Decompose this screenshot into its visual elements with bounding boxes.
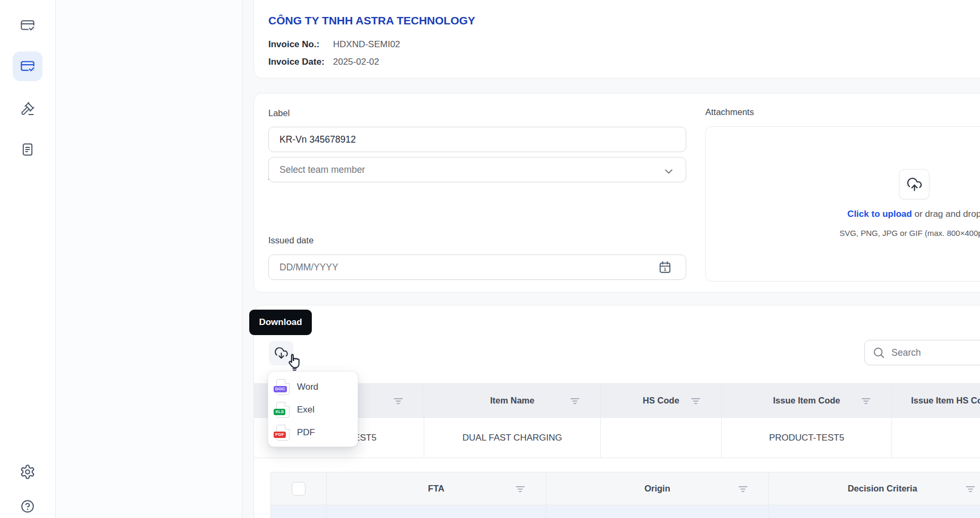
filter-lines-icon[interactable] xyxy=(514,482,527,495)
header-cell-issue-item-code[interactable]: Issue Item Code xyxy=(721,384,891,417)
cell-issue-item-hs-code xyxy=(891,418,980,458)
issued-date-field-label: Issued date xyxy=(268,235,313,245)
invoice-no-value: HDXND-SEMI02 xyxy=(333,39,400,50)
invoice-header-card: CÔNG TY TNHH ASTRA TECHNOLOGY Invoice No… xyxy=(253,0,980,78)
header-cell-origin[interactable]: Origin xyxy=(546,472,768,505)
search-box xyxy=(864,340,980,365)
menu-item-exel[interactable]: XLS Exel xyxy=(268,398,357,421)
gear-icon xyxy=(20,464,36,480)
card-check-icon xyxy=(20,59,35,74)
calendar-icon[interactable]: 1 xyxy=(658,260,672,274)
mouse-cursor-pointer xyxy=(285,352,304,372)
items-table-header: Item Name HS Code Issue Item Code xyxy=(254,384,980,418)
label-field-label: Label xyxy=(268,108,290,118)
invoice-date-row: Invoice Date: 2025-02-02 xyxy=(268,57,379,67)
table-row[interactable]: PRODUCT-TEST5 DUAL FAST CHARGING PRODUCT… xyxy=(254,418,980,458)
sidebar-item-legal[interactable] xyxy=(13,94,42,124)
upload-dropzone[interactable]: Click to upload or drag and drop SVG, PN… xyxy=(705,126,980,282)
invoice-form-card: Label Authorized Signatory Issued date 1… xyxy=(253,93,980,293)
sidebar-item-settings[interactable] xyxy=(13,457,42,487)
company-name: CÔNG TY TNHH ASTRA TECHNOLOGY xyxy=(268,14,475,27)
issued-date-input[interactable] xyxy=(268,254,686,280)
filter-lines-icon[interactable] xyxy=(689,394,702,407)
download-tooltip: Download xyxy=(249,310,312,335)
search-input[interactable] xyxy=(891,347,980,358)
items-section-card: Download xyxy=(253,305,980,518)
doc-file-icon: DOC xyxy=(276,379,290,395)
filter-lines-icon[interactable] xyxy=(392,394,405,407)
filter-lines-icon[interactable] xyxy=(568,394,581,407)
header-cell-hs-code[interactable]: HS Code xyxy=(600,384,721,417)
sidebar-item-cards[interactable] xyxy=(13,11,42,40)
fta-table: FTA Origin Decision Criteria xyxy=(270,472,980,518)
menu-item-word[interactable]: DOC Word xyxy=(268,375,357,398)
invoice-date-label: Invoice Date: xyxy=(268,57,333,67)
header-cell-decision-criteria[interactable]: Decision Criteria xyxy=(768,472,980,505)
menu-item-pdf[interactable]: PDF PDF xyxy=(268,421,357,444)
gavel-icon xyxy=(20,101,35,116)
cell-issue-item-code: PRODUCT-TEST5 xyxy=(721,418,891,458)
upload-instructions: Click to upload or drag and drop xyxy=(706,209,980,220)
sidebar xyxy=(0,0,56,518)
attachments-label: Attachments xyxy=(705,107,754,117)
sidebar-item-documents[interactable] xyxy=(13,135,42,164)
drag-drop-text: or drag and drop xyxy=(912,209,980,219)
file-text-icon xyxy=(20,142,35,157)
header-cell-fta[interactable]: FTA xyxy=(326,472,546,505)
sidebar-item-cards-active[interactable] xyxy=(13,51,42,81)
fta-table-header: FTA Origin Decision Criteria xyxy=(271,472,980,505)
cloud-upload-icon xyxy=(899,169,930,199)
xls-file-icon: XLS xyxy=(276,402,290,418)
search-icon xyxy=(872,346,885,359)
card-check-icon xyxy=(20,18,35,33)
filter-lines-icon[interactable] xyxy=(860,394,872,407)
cell-item-name: DUAL FAST CHARGING xyxy=(424,418,600,458)
header-cell-item-name[interactable]: Item Name xyxy=(424,384,600,417)
download-format-menu: DOC Word XLS Exel PDF PDF xyxy=(268,371,358,447)
sidebar-item-help[interactable] xyxy=(13,491,42,518)
signatory-select[interactable] xyxy=(268,157,686,182)
invoice-no-label: Invoice No.: xyxy=(268,39,333,50)
help-icon xyxy=(20,499,35,514)
label-input[interactable] xyxy=(268,127,686,152)
chevron-down-icon[interactable] xyxy=(662,165,675,178)
upload-hint: SVG, PNG, JPG or GIF (max. 800×400px) xyxy=(706,229,980,238)
filter-lines-icon[interactable] xyxy=(737,482,749,495)
cell-hs-code xyxy=(600,418,721,458)
nav-gutter xyxy=(56,0,242,518)
invoice-no-row: Invoice No.: HDXND-SEMI02 xyxy=(268,39,400,50)
items-table: Item Name HS Code Issue Item Code xyxy=(254,383,980,458)
header-cell-select xyxy=(271,472,326,505)
header-cell-issue-item-hs-code[interactable]: Issue Item HS Code xyxy=(891,384,980,417)
invoice-date-value: 2025-02-02 xyxy=(333,57,379,67)
fta-table-row-selected[interactable] xyxy=(271,505,980,518)
filter-lines-icon[interactable] xyxy=(964,482,977,495)
click-to-upload-link[interactable]: Click to upload xyxy=(847,209,912,219)
svg-text:1: 1 xyxy=(664,267,667,272)
select-all-checkbox[interactable] xyxy=(292,482,305,496)
pdf-file-icon: PDF xyxy=(276,425,290,441)
